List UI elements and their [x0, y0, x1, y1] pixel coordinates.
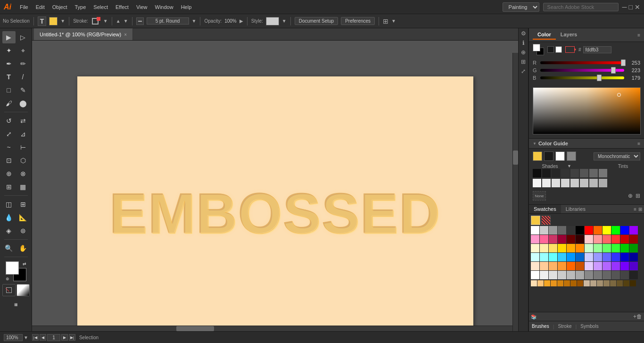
stroke-arrow-icon[interactable]: ▼ — [103, 18, 108, 24]
list-item[interactable] — [544, 280, 550, 286]
rotate-tool[interactable]: ↺ — [2, 115, 16, 127]
layers-tab[interactable]: Layers — [556, 30, 582, 40]
list-item[interactable] — [603, 262, 611, 270]
tint-swatch[interactable] — [599, 179, 607, 187]
list-item[interactable] — [537, 280, 544, 286]
brushes-tab[interactable]: Brushes — [532, 324, 549, 329]
cg-main-swatch[interactable] — [533, 151, 542, 161]
shear-tool[interactable]: ⊿ — [17, 128, 30, 140]
b-slider-track[interactable] — [540, 76, 624, 79]
swatches-delete-icon[interactable]: 🗑 — [636, 313, 642, 320]
gradient-swatch[interactable] — [17, 284, 30, 296]
zoom-input[interactable] — [4, 334, 23, 341]
list-item[interactable] — [620, 262, 629, 270]
color-guide-collapse-icon[interactable]: ▼ — [533, 142, 537, 146]
shade-swatch[interactable] — [552, 169, 560, 177]
list-item[interactable] — [590, 280, 596, 286]
list-item[interactable] — [603, 244, 611, 252]
list-item[interactable] — [567, 235, 575, 243]
menu-window[interactable]: Window — [152, 3, 176, 11]
symbol-spray-tool[interactable]: ⊛ — [17, 225, 30, 237]
list-item[interactable] — [611, 235, 620, 243]
prev-page-button[interactable]: ◀ — [40, 334, 46, 341]
list-item[interactable] — [629, 253, 638, 261]
r-slider-thumb[interactable] — [621, 59, 626, 66]
list-item[interactable] — [558, 244, 566, 252]
artboard[interactable]: EMBOSSED — [77, 76, 473, 331]
swatches-library-icon[interactable]: 📚 — [531, 314, 537, 319]
g-slider-thumb[interactable] — [611, 67, 616, 74]
lasso-tool[interactable]: ⌖ — [17, 44, 30, 57]
warp-tool[interactable]: ~ — [2, 141, 16, 153]
image-trace-tool[interactable]: ⊞ — [2, 181, 16, 193]
tint-swatch[interactable] — [533, 179, 541, 187]
list-item[interactable] — [623, 280, 629, 286]
cg-gray-swatch[interactable] — [567, 151, 576, 161]
list-item[interactable] — [549, 226, 557, 234]
scroll-area[interactable]: EMBOSSED — [32, 41, 518, 331]
list-item[interactable] — [617, 280, 623, 286]
blob-brush-tool[interactable]: ⬤ — [17, 97, 30, 109]
list-item[interactable] — [531, 235, 539, 243]
perspective-tool[interactable]: ⬡ — [17, 154, 30, 167]
list-item[interactable] — [603, 253, 611, 261]
color-spectrum[interactable] — [533, 87, 641, 134]
shades-dropdown-icon[interactable]: ▼ — [567, 164, 571, 169]
type-tool[interactable]: T — [2, 71, 16, 83]
pencil-tool[interactable]: ✎ — [17, 84, 30, 96]
list-item[interactable] — [603, 235, 611, 243]
hex-input[interactable] — [583, 46, 611, 53]
menu-object[interactable]: Object — [50, 3, 70, 11]
mesh-tool[interactable]: ⊞ — [17, 198, 30, 210]
menu-help[interactable]: Help — [178, 3, 195, 11]
menu-edit[interactable]: Edit — [33, 3, 48, 11]
hand-tool[interactable]: ✋ — [17, 242, 30, 254]
opacity-arrow-icon[interactable]: ▶ — [239, 18, 243, 24]
list-item[interactable] — [549, 262, 557, 270]
measure-tool[interactable]: 📐 — [17, 211, 30, 224]
color-tab[interactable]: Color — [533, 30, 556, 40]
libraries-tab[interactable]: Libraries — [561, 205, 590, 213]
style-arrow-icon[interactable]: ▼ — [282, 18, 287, 24]
swap-colors-icon[interactable]: ⇄ — [23, 261, 26, 266]
list-item[interactable] — [540, 226, 548, 234]
swatches-content[interactable] — [529, 214, 644, 312]
close-button[interactable]: ✕ — [635, 3, 640, 11]
symbols-tab[interactable]: Symbols — [580, 324, 598, 329]
magic-wand-tool[interactable]: ✦ — [2, 44, 16, 57]
workspace-selector[interactable]: Painting — [503, 2, 539, 12]
panel-icon-expand[interactable]: ⤢ — [520, 68, 527, 75]
swatches-add-icon[interactable]: + — [633, 313, 636, 320]
swatches-tab[interactable]: Swatches — [529, 205, 561, 213]
list-item[interactable] — [549, 244, 557, 252]
document-tab[interactable]: Untitled-1* @ 100% (RGB/Preview) × — [34, 28, 133, 40]
list-item[interactable] — [597, 280, 603, 286]
list-item[interactable] — [557, 280, 563, 286]
list-item[interactable] — [611, 226, 620, 234]
panel-icon-align[interactable]: ⊞ — [520, 59, 527, 66]
list-item[interactable] — [570, 280, 577, 286]
style-swatch[interactable] — [266, 17, 279, 25]
menu-select[interactable]: Select — [91, 3, 111, 11]
list-item[interactable] — [585, 226, 593, 234]
list-item[interactable] — [576, 244, 584, 252]
list-item[interactable] — [576, 262, 584, 270]
list-item[interactable] — [577, 280, 583, 286]
tint-swatch[interactable] — [570, 179, 579, 187]
active-swatch[interactable] — [531, 216, 540, 225]
arrange-icon[interactable]: ⊞ — [383, 17, 388, 25]
list-item[interactable] — [603, 226, 611, 234]
menu-view[interactable]: View — [133, 3, 150, 11]
stock-search-input[interactable] — [543, 3, 619, 11]
list-item[interactable] — [558, 253, 566, 261]
black-indicator[interactable] — [547, 46, 554, 53]
zoom-arrow-icon[interactable]: ▼ — [24, 335, 28, 340]
tint-swatch[interactable] — [561, 179, 570, 187]
harmony-rule-dropdown[interactable]: Monochromatic — [594, 152, 640, 160]
page-number-input[interactable] — [47, 334, 60, 341]
gradient-tool[interactable]: ◫ — [2, 198, 16, 210]
edit-harmony-icon[interactable]: ⊕ — [628, 192, 633, 199]
list-item[interactable] — [585, 244, 593, 252]
list-item[interactable] — [531, 226, 539, 234]
vertical-scrollbar[interactable] — [512, 53, 518, 331]
